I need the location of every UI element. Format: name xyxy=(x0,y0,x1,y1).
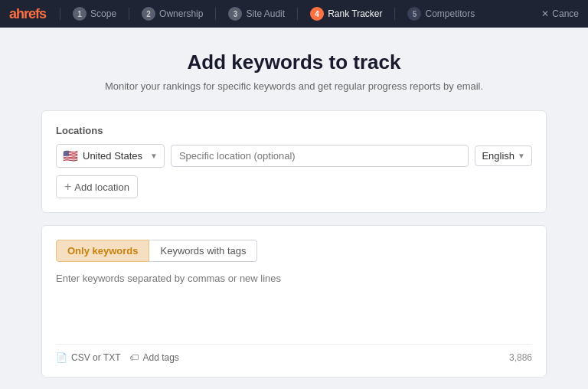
language-label: English xyxy=(482,150,514,162)
logo: ahrefs xyxy=(9,6,46,22)
cancel-x-icon: ✕ xyxy=(541,8,549,19)
keyword-count: 3,886 xyxy=(509,352,532,363)
step-num-4: 4 xyxy=(310,7,324,21)
cancel-button[interactable]: ✕ Cance xyxy=(541,8,579,19)
add-location-button[interactable]: + Add location xyxy=(56,175,138,198)
location-row: 🇺🇸 United States ▼ English ▼ xyxy=(56,144,532,168)
keywords-card-footer: 📄 CSV or TXT 🏷 Add tags 3,886 xyxy=(56,344,532,363)
keywords-card: Only keywords Keywords with tags 📄 CSV o… xyxy=(41,225,547,378)
step-num-1: 1 xyxy=(73,7,87,21)
keyword-tabs: Only keywords Keywords with tags xyxy=(56,240,532,262)
tab-keywords-with-tags[interactable]: Keywords with tags xyxy=(149,240,257,262)
nav-step-ownership[interactable]: 2 Ownership xyxy=(134,0,211,28)
cancel-label: Cance xyxy=(552,8,579,19)
step-label-scope: Scope xyxy=(90,8,116,19)
plus-icon: + xyxy=(64,180,71,194)
nav-step-scope[interactable]: 1 Scope xyxy=(65,0,124,28)
nav-divider-4 xyxy=(297,8,298,20)
language-select-arrow: ▼ xyxy=(518,152,525,160)
step-label-ownership: Ownership xyxy=(159,8,203,19)
specific-location-input[interactable] xyxy=(171,145,469,167)
nav-divider-1 xyxy=(60,8,60,20)
country-flag: 🇺🇸 xyxy=(63,149,78,163)
nav-divider-2 xyxy=(129,8,129,20)
keywords-textarea[interactable] xyxy=(56,273,532,334)
tag-icon: 🏷 xyxy=(129,352,139,363)
add-tags-action[interactable]: 🏷 Add tags xyxy=(129,352,178,363)
step-num-5: 5 xyxy=(407,7,421,21)
nav-divider-5 xyxy=(394,8,395,20)
page-title: Add keywords to track xyxy=(41,51,547,74)
step-label-competitors: Competitors xyxy=(425,8,475,19)
nav-step-rank-tracker[interactable]: 4 Rank Tracker xyxy=(302,0,390,28)
add-tags-label: Add tags xyxy=(142,352,178,363)
page-subtitle: Monitor your rankings for specific keywo… xyxy=(41,80,547,92)
nav-step-site-audit[interactable]: 3 Site Audit xyxy=(220,0,292,28)
language-select[interactable]: English ▼ xyxy=(475,145,532,166)
top-nav: ahrefs 1 Scope 2 Ownership 3 Site Audit … xyxy=(0,0,588,28)
tab-only-keywords[interactable]: Only keywords xyxy=(56,240,149,262)
step-label-rank-tracker: Rank Tracker xyxy=(328,8,382,19)
country-select-arrow: ▼ xyxy=(150,152,158,160)
doc-icon: 📄 xyxy=(56,352,67,363)
country-select[interactable]: 🇺🇸 United States ▼ xyxy=(56,144,165,168)
csv-upload-action[interactable]: 📄 CSV or TXT xyxy=(56,352,120,363)
locations-card: Locations 🇺🇸 United States ▼ English ▼ +… xyxy=(41,110,547,213)
main-content: Add keywords to track Monitor your ranki… xyxy=(26,28,562,389)
country-name: United States xyxy=(83,150,142,162)
nav-step-competitors[interactable]: 5 Competitors xyxy=(400,0,482,28)
locations-label: Locations xyxy=(56,125,532,136)
step-num-3: 3 xyxy=(228,7,242,21)
nav-divider-3 xyxy=(215,8,216,20)
step-label-site-audit: Site Audit xyxy=(246,8,285,19)
step-num-2: 2 xyxy=(142,7,155,21)
add-location-label: Add location xyxy=(74,181,129,193)
csv-label: CSV or TXT xyxy=(71,352,120,363)
